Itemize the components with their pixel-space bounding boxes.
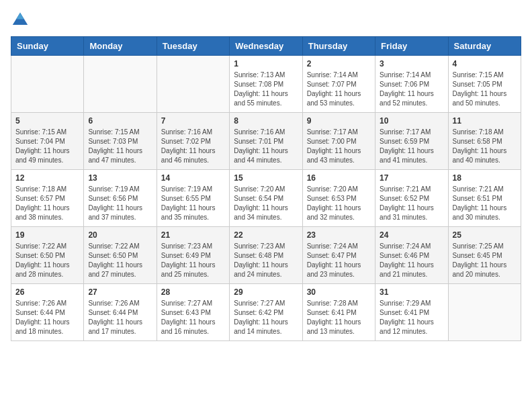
day-info: Sunrise: 7:24 AMSunset: 6:47 PMDaylight:…: [307, 242, 371, 279]
day-number: 5: [15, 116, 79, 126]
calendar-cell: 5Sunrise: 7:15 AMSunset: 7:04 PMDaylight…: [11, 113, 84, 170]
day-info: Sunrise: 7:15 AMSunset: 7:03 PMDaylight:…: [88, 128, 152, 165]
calendar-cell: 17Sunrise: 7:21 AMSunset: 6:52 PMDayligh…: [375, 170, 448, 227]
day-number: 20: [88, 230, 152, 240]
day-of-week-header: Monday: [84, 37, 157, 56]
day-number: 19: [15, 230, 79, 240]
day-number: 29: [234, 287, 298, 297]
day-info: Sunrise: 7:28 AMSunset: 6:41 PMDaylight:…: [307, 299, 371, 336]
calendar-cell: 15Sunrise: 7:20 AMSunset: 6:54 PMDayligh…: [230, 170, 302, 227]
calendar-cell: 27Sunrise: 7:26 AMSunset: 6:44 PMDayligh…: [84, 284, 157, 341]
day-number: 30: [307, 287, 371, 297]
calendar-cell: 25Sunrise: 7:25 AMSunset: 6:45 PMDayligh…: [448, 227, 521, 284]
day-info: Sunrise: 7:19 AMSunset: 6:56 PMDaylight:…: [88, 185, 152, 222]
day-number: 27: [88, 287, 152, 297]
day-info: Sunrise: 7:21 AMSunset: 6:52 PMDaylight:…: [380, 185, 443, 222]
day-number: 23: [307, 230, 371, 240]
calendar-cell: 24Sunrise: 7:24 AMSunset: 6:46 PMDayligh…: [375, 227, 448, 284]
day-number: 21: [161, 230, 225, 240]
day-info: Sunrise: 7:26 AMSunset: 6:44 PMDaylight:…: [15, 299, 79, 336]
day-number: 10: [380, 116, 443, 126]
day-number: 16: [307, 173, 371, 183]
day-info: Sunrise: 7:27 AMSunset: 6:43 PMDaylight:…: [161, 299, 225, 336]
day-info: Sunrise: 7:16 AMSunset: 7:02 PMDaylight:…: [161, 128, 225, 165]
calendar-cell: 23Sunrise: 7:24 AMSunset: 6:47 PMDayligh…: [302, 227, 375, 284]
day-info: Sunrise: 7:27 AMSunset: 6:42 PMDaylight:…: [234, 299, 298, 336]
calendar-cell: 6Sunrise: 7:15 AMSunset: 7:03 PMDaylight…: [84, 113, 157, 170]
day-number: 12: [15, 173, 79, 183]
day-number: 4: [453, 59, 517, 68]
calendar-cell: 4Sunrise: 7:15 AMSunset: 7:05 PMDaylight…: [448, 56, 521, 113]
day-info: Sunrise: 7:23 AMSunset: 6:49 PMDaylight:…: [161, 242, 225, 279]
calendar-cell: 19Sunrise: 7:22 AMSunset: 6:50 PMDayligh…: [11, 227, 84, 284]
day-info: Sunrise: 7:17 AMSunset: 6:59 PMDaylight:…: [380, 128, 443, 165]
calendar-cell: 26Sunrise: 7:26 AMSunset: 6:44 PMDayligh…: [11, 284, 84, 341]
calendar-cell: [84, 56, 157, 113]
day-of-week-header: Thursday: [302, 37, 375, 56]
calendar-cell: [448, 284, 521, 341]
day-info: Sunrise: 7:25 AMSunset: 6:45 PMDaylight:…: [453, 242, 517, 279]
day-info: Sunrise: 7:20 AMSunset: 6:53 PMDaylight:…: [307, 185, 371, 222]
calendar-cell: 7Sunrise: 7:16 AMSunset: 7:02 PMDaylight…: [157, 113, 229, 170]
day-number: 7: [161, 116, 225, 126]
calendar-cell: 31Sunrise: 7:29 AMSunset: 6:41 PMDayligh…: [375, 284, 448, 341]
day-info: Sunrise: 7:16 AMSunset: 7:01 PMDaylight:…: [234, 128, 298, 165]
calendar-cell: 22Sunrise: 7:23 AMSunset: 6:48 PMDayligh…: [230, 227, 302, 284]
day-info: Sunrise: 7:29 AMSunset: 6:41 PMDaylight:…: [380, 299, 443, 336]
day-info: Sunrise: 7:17 AMSunset: 7:00 PMDaylight:…: [307, 128, 371, 165]
day-of-week-header: Tuesday: [157, 37, 229, 56]
day-number: 18: [453, 173, 517, 183]
day-number: 6: [88, 116, 152, 126]
calendar-cell: 3Sunrise: 7:14 AMSunset: 7:06 PMDaylight…: [375, 56, 448, 113]
day-number: 24: [380, 230, 443, 240]
day-info: Sunrise: 7:14 AMSunset: 7:07 PMDaylight:…: [307, 71, 371, 108]
calendar-cell: 21Sunrise: 7:23 AMSunset: 6:49 PMDayligh…: [157, 227, 229, 284]
calendar-cell: 10Sunrise: 7:17 AMSunset: 6:59 PMDayligh…: [375, 113, 448, 170]
calendar-cell: [11, 56, 84, 113]
day-of-week-header: Wednesday: [230, 37, 302, 56]
day-info: Sunrise: 7:18 AMSunset: 6:58 PMDaylight:…: [453, 128, 517, 165]
calendar-cell: 11Sunrise: 7:18 AMSunset: 6:58 PMDayligh…: [448, 113, 521, 170]
day-number: 28: [161, 287, 225, 297]
calendar-cell: 16Sunrise: 7:20 AMSunset: 6:53 PMDayligh…: [302, 170, 375, 227]
day-number: 3: [380, 59, 443, 68]
calendar-cell: 2Sunrise: 7:14 AMSunset: 7:07 PMDaylight…: [302, 56, 375, 113]
calendar-cell: 20Sunrise: 7:22 AMSunset: 6:50 PMDayligh…: [84, 227, 157, 284]
day-number: 11: [453, 116, 517, 126]
day-info: Sunrise: 7:26 AMSunset: 6:44 PMDaylight:…: [88, 299, 152, 336]
day-info: Sunrise: 7:19 AMSunset: 6:55 PMDaylight:…: [161, 185, 225, 222]
day-number: 22: [234, 230, 298, 240]
day-info: Sunrise: 7:14 AMSunset: 7:06 PMDaylight:…: [380, 71, 443, 108]
day-info: Sunrise: 7:21 AMSunset: 6:51 PMDaylight:…: [453, 185, 517, 222]
day-number: 25: [453, 230, 517, 240]
calendar-cell: 18Sunrise: 7:21 AMSunset: 6:51 PMDayligh…: [448, 170, 521, 227]
calendar-cell: [157, 56, 229, 113]
day-of-week-header: Sunday: [11, 37, 84, 56]
day-number: 15: [234, 173, 298, 183]
day-of-week-header: Friday: [375, 37, 448, 56]
calendar-cell: 1Sunrise: 7:13 AMSunset: 7:08 PMDaylight…: [230, 56, 302, 113]
day-info: Sunrise: 7:15 AMSunset: 7:04 PMDaylight:…: [15, 128, 79, 165]
day-info: Sunrise: 7:15 AMSunset: 7:05 PMDaylight:…: [453, 71, 517, 108]
calendar-cell: 29Sunrise: 7:27 AMSunset: 6:42 PMDayligh…: [230, 284, 302, 341]
logo: [11, 11, 32, 31]
calendar-cell: 12Sunrise: 7:18 AMSunset: 6:57 PMDayligh…: [11, 170, 84, 227]
day-info: Sunrise: 7:23 AMSunset: 6:48 PMDaylight:…: [234, 242, 298, 279]
day-number: 14: [161, 173, 225, 183]
day-number: 31: [380, 287, 443, 297]
day-number: 9: [307, 116, 371, 126]
svg-marker-1: [16, 13, 24, 19]
calendar-cell: 8Sunrise: 7:16 AMSunset: 7:01 PMDaylight…: [230, 113, 302, 170]
day-number: 13: [88, 173, 152, 183]
day-info: Sunrise: 7:22 AMSunset: 6:50 PMDaylight:…: [88, 242, 152, 279]
day-number: 2: [307, 59, 371, 68]
day-of-week-header: Saturday: [448, 37, 521, 56]
day-info: Sunrise: 7:18 AMSunset: 6:57 PMDaylight:…: [15, 185, 79, 222]
day-info: Sunrise: 7:24 AMSunset: 6:46 PMDaylight:…: [380, 242, 443, 279]
day-number: 17: [380, 173, 443, 183]
calendar-table: SundayMondayTuesdayWednesdayThursdayFrid…: [11, 36, 521, 341]
calendar-cell: 28Sunrise: 7:27 AMSunset: 6:43 PMDayligh…: [157, 284, 229, 341]
calendar-cell: 30Sunrise: 7:28 AMSunset: 6:41 PMDayligh…: [302, 284, 375, 341]
calendar-cell: 13Sunrise: 7:19 AMSunset: 6:56 PMDayligh…: [84, 170, 157, 227]
day-number: 26: [15, 287, 79, 297]
